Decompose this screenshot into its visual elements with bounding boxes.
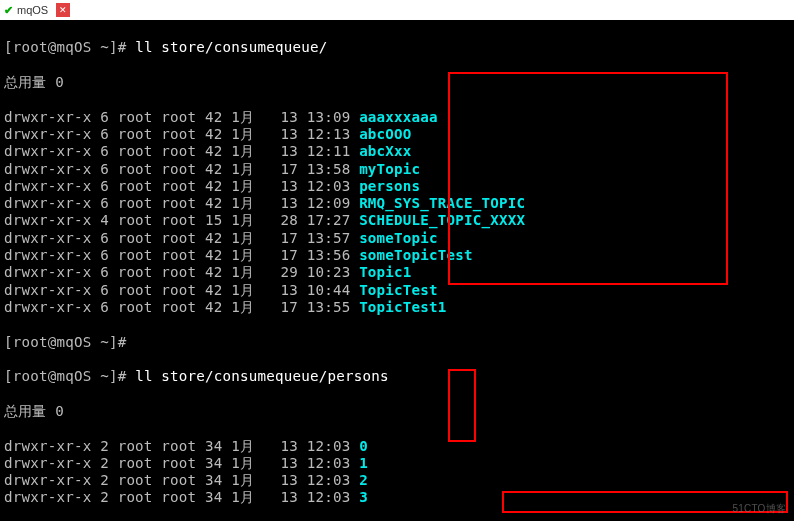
dir-name: 1 [359, 455, 368, 471]
dir-name: someTopic [359, 230, 438, 246]
list-row-meta: drwxr-xr-x 6 root root 42 1月 13 12:09 [4, 195, 359, 211]
list-row-meta: drwxr-xr-x 6 root root 42 1月 13 12:13 [4, 126, 359, 142]
list-row-meta: drwxr-xr-x 6 root root 42 1月 17 13:55 [4, 299, 359, 315]
total-line: 总用量 0 [4, 403, 790, 420]
list-row-meta: drwxr-xr-x 6 root root 42 1月 17 13:56 [4, 247, 359, 263]
watermark-text: 51CTO博客 [733, 503, 786, 515]
close-icon[interactable]: ✕ [56, 3, 70, 17]
list-row: drwxr-xr-x 6 root root 42 1月 17 13:56 so… [4, 247, 790, 264]
list-row-meta: drwxr-xr-x 6 root root 42 1月 13 12:11 [4, 143, 359, 159]
list-row-meta: drwxr-xr-x 4 root root 15 1月 28 17:27 [4, 212, 359, 228]
list-row: drwxr-xr-x 2 root root 34 1月 13 12:03 0 [4, 438, 790, 455]
list-row: drwxr-xr-x 6 root root 42 1月 17 13:58 my… [4, 161, 790, 178]
window-titlebar: ✔ mqOS ✕ [0, 0, 794, 20]
dir-name: persons [359, 178, 420, 194]
list-row-meta: drwxr-xr-x 6 root root 42 1月 17 13:58 [4, 161, 359, 177]
list-row-meta: drwxr-xr-x 6 root root 42 1月 13 13:09 [4, 109, 359, 125]
dir-name: 2 [359, 472, 368, 488]
list-row-meta: drwxr-xr-x 6 root root 42 1月 17 13:57 [4, 230, 359, 246]
dir-name: abcXxx [359, 143, 411, 159]
list-row-meta: drwxr-xr-x 2 root root 34 1月 13 12:03 [4, 489, 359, 505]
prompt-line: [root@mqOS ~]# ll store/consumequeue/per… [4, 368, 790, 385]
dir-name: abcOOO [359, 126, 411, 142]
dir-name: TopicTest1 [359, 299, 446, 315]
window-title: mqOS [17, 4, 48, 16]
dir-name: SCHEDULE_TOPIC_XXXX [359, 212, 525, 228]
list-row: drwxr-xr-x 6 root root 42 1月 17 13:57 so… [4, 230, 790, 247]
list-row-meta: drwxr-xr-x 6 root root 42 1月 13 12:03 [4, 178, 359, 194]
list-row-meta: drwxr-xr-x 2 root root 34 1月 13 12:03 [4, 472, 359, 488]
list-row-meta: drwxr-xr-x 6 root root 42 1月 13 10:44 [4, 282, 359, 298]
list-row: drwxr-xr-x 6 root root 42 1月 13 13:09 aa… [4, 109, 790, 126]
list-row: drwxr-xr-x 2 root root 34 1月 13 12:03 2 [4, 472, 790, 489]
list-row-meta: drwxr-xr-x 2 root root 34 1月 13 12:03 [4, 455, 359, 471]
dir-name: 0 [359, 438, 368, 454]
dir-name: Topic1 [359, 264, 411, 280]
list-row: drwxr-xr-x 6 root root 42 1月 13 12:09 RM… [4, 195, 790, 212]
prompt-empty: [root@mqOS ~]# [4, 334, 790, 351]
list-row: drwxr-xr-x 6 root root 42 1月 29 10:23 To… [4, 264, 790, 281]
list-row: drwxr-xr-x 2 root root 34 1月 13 12:03 1 [4, 455, 790, 472]
prompt-line: [root@mqOS ~]# ll store/consumequeue/ [4, 39, 790, 56]
dir-name: myTopic [359, 161, 420, 177]
list-row: drwxr-xr-x 6 root root 42 1月 13 12:11 ab… [4, 143, 790, 160]
terminal-area[interactable]: [root@mqOS ~]# ll store/consumequeue/ 总用… [0, 20, 794, 521]
dir-name: 3 [359, 489, 368, 505]
dir-name: TopicTest [359, 282, 438, 298]
list-row: drwxr-xr-x 6 root root 42 1月 13 10:44 To… [4, 282, 790, 299]
list-row: drwxr-xr-x 6 root root 42 1月 13 12:13 ab… [4, 126, 790, 143]
list-row: drwxr-xr-x 6 root root 42 1月 13 12:03 pe… [4, 178, 790, 195]
total-line: 总用量 0 [4, 74, 790, 91]
list-row-meta: drwxr-xr-x 2 root root 34 1月 13 12:03 [4, 438, 359, 454]
list-row: drwxr-xr-x 2 root root 34 1月 13 12:03 3 [4, 489, 790, 506]
list-row-meta: drwxr-xr-x 6 root root 42 1月 29 10:23 [4, 264, 359, 280]
dir-name: RMQ_SYS_TRACE_TOPIC [359, 195, 525, 211]
list-row: drwxr-xr-x 6 root root 42 1月 17 13:55 To… [4, 299, 790, 316]
check-icon: ✔ [4, 4, 13, 17]
dir-name: aaaxxxaaa [359, 109, 438, 125]
list-row: drwxr-xr-x 4 root root 15 1月 28 17:27 SC… [4, 212, 790, 229]
dir-name: someTopicTest [359, 247, 473, 263]
